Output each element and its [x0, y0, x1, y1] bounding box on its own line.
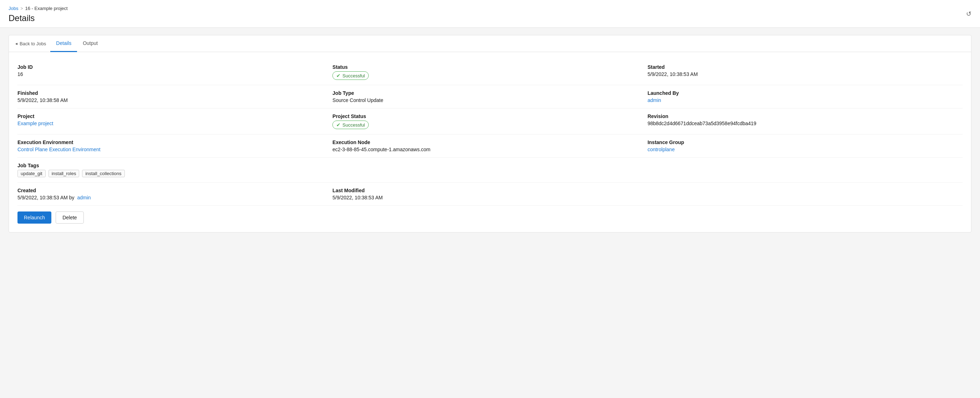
started-cell: Started 5/9/2022, 10:38:53 AM [648, 64, 963, 77]
project-status-check-icon: ✔ [336, 122, 340, 128]
detail-row-5: Job Tags update_gitinstall_rolesinstall_… [18, 158, 963, 183]
exec-node-cell: Execution Node ec2-3-88-85-45.compute-1.… [332, 139, 647, 152]
finished-cell: Finished 5/9/2022, 10:38:58 AM [18, 90, 332, 103]
launched-by-cell: Launched By admin [648, 90, 963, 103]
revision-label: Revision [648, 113, 963, 119]
exec-node-label: Execution Node [332, 139, 647, 145]
project-cell: Project Example project [18, 113, 332, 126]
job-id-cell: Job ID 16 [18, 64, 332, 77]
exec-env-cell: Execution Environment Control Plane Exec… [18, 139, 332, 152]
project-status-badge: ✔ Successful [332, 121, 369, 129]
tags-container: update_gitinstall_rolesinstall_collectio… [18, 170, 332, 177]
detail-row-6: Created 5/9/2022, 10:38:53 AM by admin L… [18, 183, 963, 206]
project-status-cell: Project Status ✔ Successful [332, 113, 647, 129]
breadcrumb-jobs-link[interactable]: Jobs [8, 6, 18, 11]
job-id-label: Job ID [18, 64, 332, 70]
launched-by-label: Launched By [648, 90, 963, 96]
status-badge: ✔ Successful [332, 71, 369, 80]
created-value: 5/9/2022, 10:38:53 AM by admin [18, 195, 332, 201]
tab-details[interactable]: Details [50, 35, 77, 52]
job-tags-cell: Job Tags update_gitinstall_rolesinstall_… [18, 162, 332, 177]
last-modified-value: 5/9/2022, 10:38:53 AM [332, 195, 647, 201]
created-date: 5/9/2022, 10:38:53 AM by [18, 195, 75, 201]
created-by-link[interactable]: admin [77, 195, 91, 201]
job-id-value: 16 [18, 71, 332, 77]
history-icon[interactable]: ↺ [966, 10, 972, 18]
finished-label: Finished [18, 90, 332, 96]
job-tag: update_git [18, 170, 46, 177]
page-title: Details [8, 13, 972, 23]
details-grid: Job ID 16 Status ✔ Successful Started 5/… [9, 52, 971, 232]
started-label: Started [648, 64, 963, 70]
created-label: Created [18, 188, 332, 193]
main-content: Back to Jobs Details Output Job ID 16 St… [0, 28, 980, 240]
project-status-value: Successful [342, 122, 365, 128]
started-value: 5/9/2022, 10:38:53 AM [648, 71, 963, 77]
project-label: Project [18, 113, 332, 119]
instance-group-value[interactable]: controlplane [648, 146, 963, 152]
exec-env-label: Execution Environment [18, 139, 332, 145]
job-type-cell: Job Type Source Control Update [332, 90, 647, 103]
launched-by-value[interactable]: admin [648, 97, 963, 103]
exec-node-value: ec2-3-88-85-45.compute-1.amazonaws.com [332, 146, 647, 152]
last-modified-label: Last Modified [332, 188, 647, 193]
relaunch-button[interactable]: Relaunch [18, 212, 51, 224]
job-tags-label: Job Tags [18, 162, 332, 168]
detail-row-1: Job ID 16 Status ✔ Successful Started 5/… [18, 59, 963, 85]
status-check-icon: ✔ [336, 73, 340, 78]
tab-container: Back to Jobs Details Output Job ID 16 St… [8, 35, 972, 232]
exec-env-value[interactable]: Control Plane Execution Environment [18, 146, 332, 152]
breadcrumb-separator: > [20, 6, 23, 11]
back-to-jobs-link[interactable]: Back to Jobs [14, 36, 50, 51]
instance-group-cell: Instance Group controlplane [648, 139, 963, 152]
instance-group-label: Instance Group [648, 139, 963, 145]
status-value: Successful [342, 73, 365, 78]
job-type-label: Job Type [332, 90, 647, 96]
job-type-value: Source Control Update [332, 97, 647, 103]
detail-row-3: Project Example project Project Status ✔… [18, 108, 963, 134]
breadcrumb-project: 16 - Example project [25, 6, 67, 11]
page-header: Jobs > 16 - Example project Details [0, 0, 980, 28]
revision-value: 98b8dc2d4d6671ddceab73a5d3958e94fcdba419 [648, 121, 963, 126]
tab-output[interactable]: Output [77, 35, 103, 52]
detail-row-4: Execution Environment Control Plane Exec… [18, 134, 963, 158]
tab-bar: Back to Jobs Details Output [9, 35, 971, 52]
project-value[interactable]: Example project [18, 121, 332, 126]
project-status-label: Project Status [332, 113, 647, 119]
finished-value: 5/9/2022, 10:38:58 AM [18, 97, 332, 103]
delete-button[interactable]: Delete [56, 212, 83, 224]
revision-cell: Revision 98b8dc2d4d6671ddceab73a5d3958e9… [648, 113, 963, 126]
actions-row: Relaunch Delete [18, 206, 963, 225]
breadcrumb: Jobs > 16 - Example project [8, 6, 972, 11]
job-tag: install_collections [82, 170, 124, 177]
last-modified-cell: Last Modified 5/9/2022, 10:38:53 AM [332, 188, 647, 201]
detail-row-2: Finished 5/9/2022, 10:38:58 AM Job Type … [18, 85, 963, 108]
created-cell: Created 5/9/2022, 10:38:53 AM by admin [18, 188, 332, 201]
status-cell: Status ✔ Successful [332, 64, 647, 80]
job-tag: install_roles [48, 170, 80, 177]
status-label: Status [332, 64, 647, 70]
